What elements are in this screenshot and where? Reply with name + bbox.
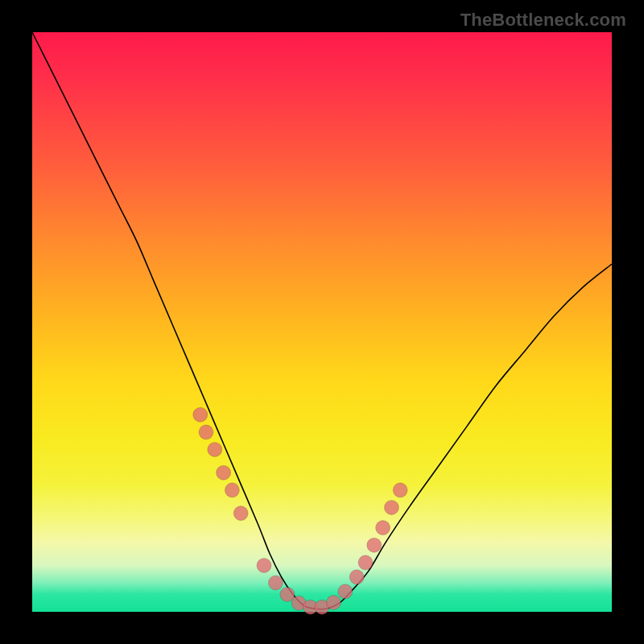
- curve-marker: [233, 506, 248, 521]
- curve-marker: [384, 500, 398, 514]
- plot-area: [32, 32, 612, 612]
- curve-marker: [393, 483, 407, 497]
- curve-marker: [257, 558, 271, 572]
- curve-marker: [217, 465, 231, 480]
- curve-marker: [225, 483, 239, 497]
- curve-marker: [193, 407, 208, 422]
- chart-frame: TheBottleneck.com: [0, 0, 644, 644]
- curve-marker: [376, 521, 390, 535]
- curve-marker: [268, 576, 283, 590]
- marker-group: [193, 407, 407, 614]
- curve-marker: [367, 538, 382, 552]
- chart-svg: [32, 32, 612, 612]
- curve-marker: [208, 442, 222, 456]
- curve-marker: [326, 596, 341, 610]
- curve-marker: [338, 584, 353, 599]
- curve-marker: [349, 570, 364, 584]
- bottleneck-curve: [32, 32, 612, 609]
- curve-marker: [199, 425, 213, 440]
- curve-marker: [358, 555, 373, 570]
- watermark-text: TheBottleneck.com: [460, 10, 626, 31]
